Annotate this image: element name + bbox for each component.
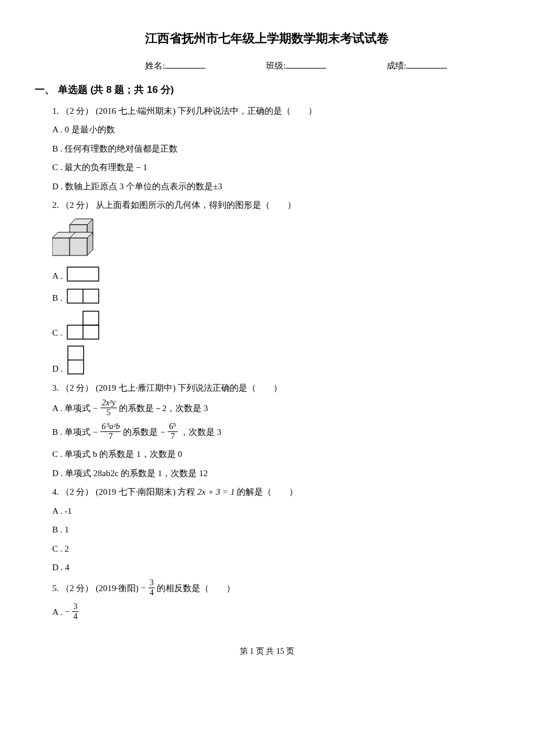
q3-a-suf: 的系数是－2，次数是 3: [119, 404, 208, 413]
name-field: 姓名:: [145, 59, 205, 73]
frac-num: 6⁵a²b: [100, 423, 121, 432]
minus-sign: −: [93, 427, 98, 437]
question-1: 1. （2 分） (2016 七上·端州期末) 下列几种说法中，正确的是（ ） …: [52, 105, 499, 193]
q4-stem-suf: 的解是（ ）: [237, 487, 298, 496]
q1-option-b: B . 任何有理数的绝对值都是正数: [52, 142, 499, 156]
section-header: 一、单选题 (共 8 题；共 16 分): [35, 82, 499, 98]
minus-sign: −: [141, 583, 146, 592]
minus-sign: −: [93, 404, 98, 413]
q2-opt-b-label: B .: [52, 291, 63, 305]
fraction: 2x²y 5: [100, 399, 117, 417]
frac-den: 4: [72, 612, 78, 621]
q1-option-a: A . 0 是最小的数: [52, 123, 499, 136]
fraction: 6⁵a²b 7: [100, 423, 121, 441]
score-field: 成绩:: [387, 59, 447, 73]
minus-sign: −: [64, 607, 69, 616]
question-5: 5. （2 分） (2019·衡阳) − 3 4 的相反数是（ ） A . − …: [52, 580, 499, 622]
q4-stem-math: 2x + 3 = 1: [197, 487, 234, 496]
frac-den: 4: [149, 588, 155, 597]
q4-option-b: B . 1: [52, 523, 499, 537]
q2-option-a: A .: [52, 267, 499, 283]
q3-option-d: D . 单项式 28ab2c 的系数是 1，次数是 12: [52, 467, 499, 480]
q5-stem: 5. （2 分） (2019·衡阳) − 3 4 的相反数是（ ）: [52, 580, 499, 598]
svg-rect-8: [67, 267, 99, 281]
q4-stem: 4. （2 分） (2019 七下·南阳期末) 方程 2x + 3 = 1 的解…: [52, 485, 499, 499]
q3-stem: 3. （2 分） (2019 七上·雁江期中) 下列说法正确的是（ ）: [52, 381, 499, 395]
section-title: 单选题 (共 8 题；共 16 分): [58, 84, 174, 95]
question-3: 3. （2 分） (2019 七上·雁江期中) 下列说法正确的是（ ） A . …: [52, 381, 499, 480]
class-field: 班级:: [266, 59, 326, 73]
svg-rect-4: [52, 238, 70, 255]
q2-option-c: C .: [52, 311, 499, 340]
q4-stem-pre: 4. （2 分） (2019 七下·南阳期末) 方程: [52, 487, 197, 496]
q2-option-d: D .: [52, 345, 499, 376]
q2-opt-a-label: A .: [52, 269, 63, 283]
fraction: 6⁵ 7: [168, 423, 178, 441]
q3-a-pre: A . 单项式: [52, 404, 93, 413]
q5-a-label: A .: [52, 607, 64, 616]
frac-num: 3: [72, 603, 78, 612]
frac-den: 7: [168, 432, 178, 441]
class-label: 班级:: [266, 61, 286, 70]
page-footer: 第 1 页 共 15 页: [35, 645, 499, 657]
q1-option-c: C . 最大的负有理数是－1: [52, 161, 499, 174]
q2-opt-d-label: D .: [52, 362, 63, 376]
q3-option-b: B . 单项式 − 6⁵a²b 7 的系数是 − 6⁵ 7 ，次数是 3: [52, 424, 499, 442]
frac-num: 3: [149, 579, 155, 588]
q3-option-a: A . 单项式 − 2x²y 5 的系数是－2，次数是 3: [52, 400, 499, 418]
frac-num: 6⁵: [168, 423, 178, 432]
q5-stem-suf: 的相反数是（ ）: [157, 583, 235, 592]
option-c-shape-icon: [67, 311, 100, 340]
student-info-row: 姓名: 班级: 成绩:: [35, 59, 499, 73]
q4-option-a: A . -1: [52, 505, 499, 518]
svg-rect-11: [83, 311, 99, 325]
frac-den: 5: [100, 408, 117, 417]
fraction: 3 4: [72, 603, 78, 621]
q2-stem: 2. （2 分） 从上面看如图所示的几何体，得到的图形是（ ）: [52, 199, 499, 212]
question-4: 4. （2 分） (2019 七下·南阳期末) 方程 2x + 3 = 1 的解…: [52, 485, 499, 574]
score-label: 成绩:: [387, 61, 406, 70]
question-2: 2. （2 分） 从上面看如图所示的几何体，得到的图形是（ ） A .: [52, 199, 499, 376]
name-blank: [165, 59, 205, 69]
q3-b-suf: ，次数是 3: [180, 427, 221, 437]
q1-stem: 1. （2 分） (2016 七上·端州期末) 下列几种说法中，正确的是（ ）: [52, 105, 499, 118]
section-number: 一、: [35, 84, 55, 95]
q2-opt-c-label: C .: [52, 326, 63, 340]
option-b-shape-icon: [67, 289, 100, 305]
q5-stem-pre: 5. （2 分） (2019·衡阳): [52, 583, 141, 592]
svg-rect-7: [70, 238, 87, 255]
q3-b-mid: 的系数是: [123, 427, 160, 437]
q1-option-d: D . 数轴上距原点 3 个单位的点表示的数是±3: [52, 180, 499, 193]
minus-sign: −: [160, 427, 165, 437]
cubes-3d-icon: [52, 218, 116, 258]
q5-option-a: A . − 3 4: [52, 604, 499, 622]
frac-num: 2x²y: [100, 399, 117, 408]
q3-b-pre: B . 单项式: [52, 427, 93, 437]
fraction: 3 4: [149, 579, 155, 597]
name-label: 姓名:: [145, 61, 165, 70]
score-blank: [406, 59, 447, 69]
q2-figure: [52, 218, 499, 258]
q4-option-c: C . 2: [52, 542, 499, 556]
option-a-shape-icon: [67, 267, 100, 283]
q2-option-b: B .: [52, 289, 499, 305]
option-d-shape-icon: [67, 345, 86, 376]
q4-option-d: D . 4: [52, 561, 499, 574]
exam-title: 江西省抚州市七年级上学期数学期末考试试卷: [35, 29, 499, 48]
q3-option-c: C . 单项式 b 的系数是 1，次数是 0: [52, 448, 499, 461]
frac-den: 7: [100, 432, 121, 441]
class-blank: [286, 59, 326, 69]
